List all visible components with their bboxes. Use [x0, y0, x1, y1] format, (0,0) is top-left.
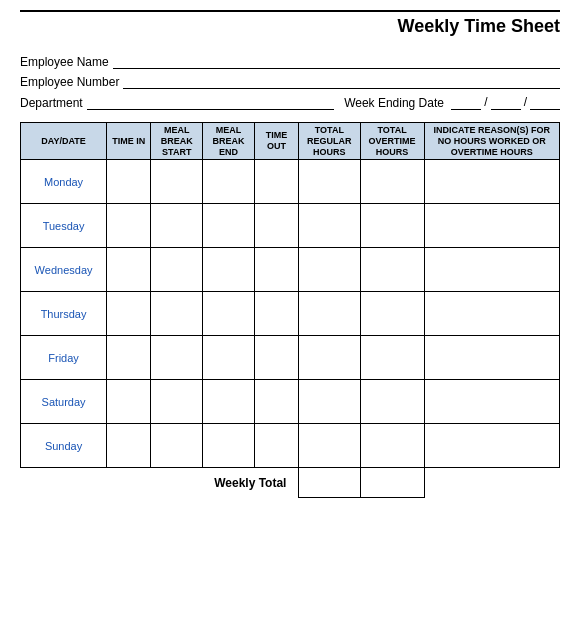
header-meal-break-end: MEAL BREAK END: [203, 123, 255, 160]
cell-monday-regular-hours[interactable]: [299, 160, 361, 204]
cell-wednesday-time-out[interactable]: [254, 248, 298, 292]
cell-sunday-meal-break-end[interactable]: [203, 424, 255, 468]
cell-tuesday-overtime-hours[interactable]: [360, 204, 424, 248]
cell-friday-meal-break-end[interactable]: [203, 336, 255, 380]
cell-saturday-overtime-hours[interactable]: [360, 380, 424, 424]
cell-monday-time-in[interactable]: [107, 160, 151, 204]
cell-thursday-regular-hours[interactable]: [299, 292, 361, 336]
cell-saturday-time-out[interactable]: [254, 380, 298, 424]
department-section: Department: [20, 96, 334, 110]
cell-friday-time-out[interactable]: [254, 336, 298, 380]
table-row: Monday: [21, 160, 560, 204]
cell-saturday-meal-break-end[interactable]: [203, 380, 255, 424]
header-indicate-reasons: INDICATE REASON(S) FOR NO HOURS WORKED O…: [424, 123, 559, 160]
week-ending-month[interactable]: [451, 96, 481, 110]
day-cell-sunday: Sunday: [21, 424, 107, 468]
cell-wednesday-meal-break-start[interactable]: [151, 248, 203, 292]
cell-wednesday-time-in[interactable]: [107, 248, 151, 292]
page: Weekly Time Sheet Employee Name Employee…: [0, 0, 580, 620]
header-meal-break-start: MEAL BREAK START: [151, 123, 203, 160]
cell-friday-reasons[interactable]: [424, 336, 559, 380]
day-cell-monday: Monday: [21, 160, 107, 204]
cell-thursday-time-out[interactable]: [254, 292, 298, 336]
footer-empty-1: [21, 468, 203, 498]
cell-tuesday-regular-hours[interactable]: [299, 204, 361, 248]
cell-thursday-meal-break-end[interactable]: [203, 292, 255, 336]
table-row: Thursday: [21, 292, 560, 336]
timesheet-table: DAY/DATE TIME IN MEAL BREAK START MEAL B…: [20, 122, 560, 498]
week-ending-year[interactable]: [530, 96, 560, 110]
form-section: Employee Name Employee Number Department…: [20, 55, 560, 110]
page-title: Weekly Time Sheet: [20, 16, 560, 37]
weekly-total-regular[interactable]: [299, 468, 361, 498]
cell-saturday-reasons[interactable]: [424, 380, 559, 424]
weekly-total-label: Weekly Total: [203, 468, 299, 498]
day-cell-wednesday: Wednesday: [21, 248, 107, 292]
cell-tuesday-time-out[interactable]: [254, 204, 298, 248]
table-row: Saturday: [21, 380, 560, 424]
header-day-date: DAY/DATE: [21, 123, 107, 160]
department-input[interactable]: [87, 96, 334, 110]
cell-monday-meal-break-end[interactable]: [203, 160, 255, 204]
cell-saturday-regular-hours[interactable]: [299, 380, 361, 424]
cell-monday-reasons[interactable]: [424, 160, 559, 204]
table-row: Friday: [21, 336, 560, 380]
cell-wednesday-reasons[interactable]: [424, 248, 559, 292]
cell-wednesday-overtime-hours[interactable]: [360, 248, 424, 292]
cell-tuesday-meal-break-start[interactable]: [151, 204, 203, 248]
cell-tuesday-reasons[interactable]: [424, 204, 559, 248]
slash-2: /: [524, 95, 527, 110]
cell-sunday-overtime-hours[interactable]: [360, 424, 424, 468]
week-ending-label: Week Ending Date: [344, 96, 444, 110]
cell-monday-time-out[interactable]: [254, 160, 298, 204]
cell-monday-meal-break-start[interactable]: [151, 160, 203, 204]
cell-tuesday-meal-break-end[interactable]: [203, 204, 255, 248]
week-ending-day[interactable]: [491, 96, 521, 110]
cell-monday-overtime-hours[interactable]: [360, 160, 424, 204]
cell-sunday-time-in[interactable]: [107, 424, 151, 468]
table-header-row: DAY/DATE TIME IN MEAL BREAK START MEAL B…: [21, 123, 560, 160]
employee-name-label: Employee Name: [20, 55, 109, 69]
header-total-regular-hours: TOTAL REGULAR HOURS: [299, 123, 361, 160]
slash-1: /: [484, 95, 487, 110]
cell-thursday-time-in[interactable]: [107, 292, 151, 336]
day-cell-thursday: Thursday: [21, 292, 107, 336]
cell-thursday-reasons[interactable]: [424, 292, 559, 336]
week-ending-input: / /: [451, 95, 560, 110]
dept-week-row: Department Week Ending Date / /: [20, 95, 560, 110]
header-total-overtime-hours: TOTAL OVERTIME HOURS: [360, 123, 424, 160]
cell-sunday-regular-hours[interactable]: [299, 424, 361, 468]
day-cell-friday: Friday: [21, 336, 107, 380]
employee-number-input[interactable]: [123, 75, 560, 89]
cell-wednesday-meal-break-end[interactable]: [203, 248, 255, 292]
employee-name-row: Employee Name: [20, 55, 560, 69]
employee-name-input[interactable]: [113, 55, 560, 69]
employee-number-label: Employee Number: [20, 75, 119, 89]
table-row: Tuesday: [21, 204, 560, 248]
cell-sunday-meal-break-start[interactable]: [151, 424, 203, 468]
cell-saturday-meal-break-start[interactable]: [151, 380, 203, 424]
cell-wednesday-regular-hours[interactable]: [299, 248, 361, 292]
cell-thursday-overtime-hours[interactable]: [360, 292, 424, 336]
footer-row: Weekly Total: [21, 468, 560, 498]
cell-friday-overtime-hours[interactable]: [360, 336, 424, 380]
cell-friday-time-in[interactable]: [107, 336, 151, 380]
table-row: Sunday: [21, 424, 560, 468]
cell-sunday-time-out[interactable]: [254, 424, 298, 468]
weekly-total-overtime[interactable]: [360, 468, 424, 498]
cell-sunday-reasons[interactable]: [424, 424, 559, 468]
cell-saturday-time-in[interactable]: [107, 380, 151, 424]
title-bar: Weekly Time Sheet: [20, 10, 560, 45]
cell-friday-meal-break-start[interactable]: [151, 336, 203, 380]
footer-empty-2: [424, 468, 559, 498]
week-ending-section: Week Ending Date / /: [344, 95, 560, 110]
employee-number-row: Employee Number: [20, 75, 560, 89]
day-cell-tuesday: Tuesday: [21, 204, 107, 248]
cell-thursday-meal-break-start[interactable]: [151, 292, 203, 336]
cell-friday-regular-hours[interactable]: [299, 336, 361, 380]
department-label: Department: [20, 96, 83, 110]
header-time-in: TIME IN: [107, 123, 151, 160]
table-row: Wednesday: [21, 248, 560, 292]
cell-tuesday-time-in[interactable]: [107, 204, 151, 248]
day-cell-saturday: Saturday: [21, 380, 107, 424]
